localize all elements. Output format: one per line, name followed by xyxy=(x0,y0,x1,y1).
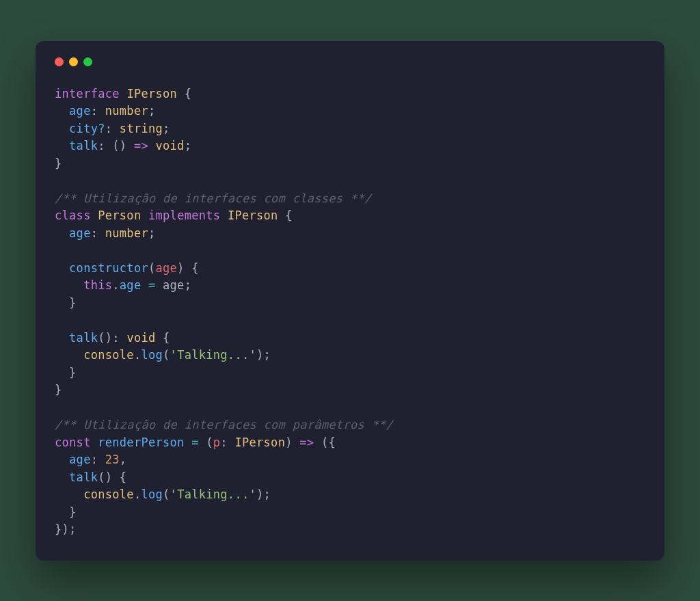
prop-age: age xyxy=(55,104,91,118)
colon: : xyxy=(98,139,112,152)
dot: . xyxy=(134,488,142,501)
indent xyxy=(55,278,83,292)
equals: = xyxy=(185,436,206,449)
brace-open: { xyxy=(328,436,336,449)
semicolon: ; xyxy=(148,104,156,118)
parens: () xyxy=(112,139,126,152)
method-talk: talk xyxy=(55,331,98,345)
colon: : xyxy=(105,122,120,135)
comment-classes: /** Utilização de interfaces com classes… xyxy=(55,191,372,205)
parens: () xyxy=(98,470,112,484)
keyword-interface: interface xyxy=(55,87,120,101)
space xyxy=(141,209,148,222)
space xyxy=(91,436,98,449)
string-talking: 'Talking...' xyxy=(170,488,256,501)
code-window: interface IPerson { age: number; city?: … xyxy=(36,41,664,561)
type-string: string xyxy=(120,122,163,135)
type-iperson: IPerson xyxy=(234,436,285,449)
dot: . xyxy=(112,278,120,292)
brace-open: { xyxy=(185,261,199,275)
prop-city: city xyxy=(55,122,98,135)
colon: : xyxy=(91,453,105,466)
brace-close: } xyxy=(55,522,62,536)
prop-age: age xyxy=(120,278,142,292)
brace-open: { xyxy=(112,470,126,484)
minimize-icon[interactable] xyxy=(69,57,78,66)
paren-open: ( xyxy=(206,436,213,449)
space xyxy=(120,87,127,101)
brace-close: } xyxy=(55,366,77,379)
arrow: => xyxy=(126,139,155,152)
paren-open: ( xyxy=(163,488,170,501)
colon: : xyxy=(220,436,234,449)
comma: , xyxy=(120,453,127,466)
brace-close: } xyxy=(55,296,77,310)
comment-params: /** Utilização de interfaces com parâmet… xyxy=(55,418,393,431)
paren-close: ) xyxy=(256,488,264,501)
prop-age: age xyxy=(55,453,91,466)
space xyxy=(91,209,98,222)
param-p: p xyxy=(213,436,221,449)
type-void: void xyxy=(126,331,155,345)
paren-close: ) xyxy=(256,348,264,362)
brace-close: } xyxy=(55,157,62,170)
window-titlebar xyxy=(55,57,645,66)
console: console xyxy=(83,488,134,501)
semicolon: ; xyxy=(264,488,271,501)
param-age: age xyxy=(156,261,178,275)
paren-open: ( xyxy=(321,436,329,449)
indent xyxy=(55,348,83,362)
colon: : xyxy=(91,104,105,118)
log: log xyxy=(141,348,163,362)
parens: () xyxy=(98,331,112,345)
type-number: number xyxy=(105,226,148,240)
brace-close: } xyxy=(55,383,62,397)
string-talking: 'Talking...' xyxy=(170,348,256,362)
log: log xyxy=(141,488,163,501)
type-number: number xyxy=(105,104,148,118)
brace-open: { xyxy=(156,331,170,345)
paren-close: ) xyxy=(177,261,185,275)
brace-open: { xyxy=(278,209,293,222)
semicolon: ; xyxy=(163,122,170,135)
console: console xyxy=(83,348,134,362)
prop-age: age xyxy=(55,226,91,240)
keyword-this: this xyxy=(83,278,112,292)
close-icon[interactable] xyxy=(55,57,64,66)
arrow: => xyxy=(293,436,321,449)
type-void: void xyxy=(156,139,185,152)
paren-open: ( xyxy=(163,348,170,362)
colon: : xyxy=(112,331,126,345)
fn-renderperson: renderPerson xyxy=(98,436,184,449)
type-person: Person xyxy=(98,209,141,222)
method-talk: talk xyxy=(55,470,98,484)
paren-close: ) xyxy=(62,522,70,536)
semicolon: ; xyxy=(264,348,271,362)
maximize-icon[interactable] xyxy=(83,57,92,66)
type-iperson: IPerson xyxy=(228,209,278,222)
keyword-const: const xyxy=(55,436,91,449)
space xyxy=(220,209,228,222)
dot: . xyxy=(134,348,142,362)
semicolon: ; xyxy=(185,139,192,152)
paren-open: ( xyxy=(148,261,156,275)
prop-talk: talk xyxy=(55,139,98,152)
var-age: age xyxy=(163,278,185,292)
semicolon: ; xyxy=(69,522,77,536)
brace-close: } xyxy=(55,505,77,519)
indent xyxy=(55,488,83,501)
semicolon: ; xyxy=(185,278,192,292)
constructor: constructor xyxy=(55,261,148,275)
keyword-class: class xyxy=(55,209,91,222)
paren-close: ) xyxy=(285,436,293,449)
type-iperson: IPerson xyxy=(126,87,177,101)
optional-mark: ? xyxy=(98,122,105,135)
equals: = xyxy=(141,278,163,292)
code-block: interface IPerson { age: number; city?: … xyxy=(55,85,645,539)
brace-open: { xyxy=(177,87,191,101)
semicolon: ; xyxy=(148,226,156,240)
colon: : xyxy=(91,226,105,240)
number-23: 23 xyxy=(105,453,120,466)
keyword-implements: implements xyxy=(148,209,220,222)
